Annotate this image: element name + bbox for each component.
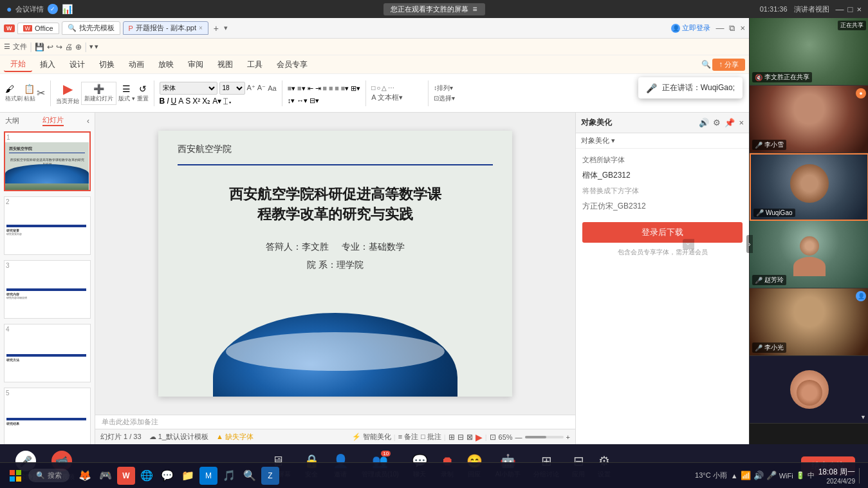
view-toggle-2[interactable]: ⊟ bbox=[457, 433, 464, 442]
text-direction-btn[interactable]: ↔▾ bbox=[297, 97, 308, 105]
line-spacing-btn[interactable]: ≡▾ bbox=[341, 84, 349, 93]
taskbar-app-explorer[interactable]: 📁 bbox=[179, 467, 197, 485]
align-center-btn[interactable]: ≡ bbox=[329, 84, 333, 92]
ribbon-tab-animation[interactable]: 动画 bbox=[122, 58, 151, 71]
text-box-btn[interactable]: A 文本框▾ bbox=[371, 93, 403, 102]
network-icon[interactable]: 📶 bbox=[741, 471, 751, 480]
show-desktop-btn[interactable] bbox=[859, 468, 863, 483]
up-arrow-icon[interactable]: ▲ bbox=[731, 472, 738, 480]
file-menu[interactable]: 文件 bbox=[13, 42, 27, 52]
wps-restore-btn[interactable]: ⧉ bbox=[729, 23, 735, 33]
slide-thumb-5[interactable]: 5 研究结果 bbox=[4, 388, 91, 444]
strikethrough-btn[interactable]: A bbox=[178, 97, 183, 106]
taskbar-app-game[interactable]: 🎮 bbox=[97, 467, 115, 485]
ribbon-tab-review[interactable]: 审阅 bbox=[181, 58, 210, 71]
view-toggle-3[interactable]: ⊠ bbox=[466, 433, 473, 442]
print-btn[interactable]: 🖨 bbox=[65, 42, 73, 52]
battery-icon[interactable]: 🔋 bbox=[796, 471, 805, 480]
meeting-info[interactable]: 会议详情 bbox=[15, 5, 44, 14]
panel-collapse-btn[interactable]: ‹ bbox=[87, 117, 89, 126]
superscript-btn[interactable]: X² bbox=[192, 97, 200, 106]
zoom-out-btn[interactable]: — bbox=[515, 433, 522, 441]
outline-tab[interactable]: 大纲 bbox=[5, 116, 19, 126]
ribbon-tab-member[interactable]: 会员专享 bbox=[270, 58, 314, 71]
login-btn[interactable]: 👤 立即登录 bbox=[671, 23, 710, 33]
slide-thumb-4[interactable]: 4 研究方法 bbox=[4, 324, 91, 382]
redo-btn[interactable]: ↪ bbox=[56, 42, 62, 52]
settings-icon[interactable]: ⚙ bbox=[713, 118, 721, 127]
pin-icon[interactable]: 📌 bbox=[725, 118, 735, 127]
taskbar-app-edge[interactable]: 🌐 bbox=[138, 467, 156, 485]
add-note-area[interactable]: 单击此处添加备注 bbox=[95, 415, 575, 429]
para-spacing-btn[interactable]: ↕▾ bbox=[288, 97, 295, 105]
taskbar-app-wps[interactable]: W bbox=[117, 467, 135, 485]
tab-close-btn[interactable]: × bbox=[199, 24, 203, 32]
taskbar-app-browser[interactable]: 🦊 bbox=[76, 467, 94, 485]
slideshow-btn[interactable]: ▶ bbox=[476, 432, 483, 442]
notes-btn[interactable]: ≡ 备注 bbox=[398, 432, 418, 442]
subscript-btn[interactable]: X₂ bbox=[202, 97, 210, 106]
align-right-btn[interactable]: ≡ bbox=[335, 84, 338, 92]
wps-tab[interactable]: W Office bbox=[17, 23, 59, 34]
missing-font-warning[interactable]: ▲ 缺失字体 bbox=[216, 432, 254, 442]
close-panel-btn[interactable]: × bbox=[739, 118, 744, 127]
taskbar-app-lens[interactable]: 🔍 bbox=[241, 467, 259, 485]
select-btn[interactable]: ⊡选择▾ bbox=[434, 94, 455, 103]
minimize-btn[interactable]: — bbox=[836, 5, 844, 14]
taskbar-app-meeting[interactable]: Z bbox=[261, 467, 279, 485]
ribbon-tab-view[interactable]: 视图 bbox=[211, 58, 239, 71]
download-btn[interactable]: 登录后下载 bbox=[582, 222, 743, 243]
italic-btn[interactable]: I bbox=[167, 97, 169, 106]
comment-btn[interactable]: □ 批注 bbox=[421, 432, 441, 442]
maximize-btn[interactable]: □ bbox=[848, 5, 853, 14]
list-bullet-btn[interactable]: ≡▾ bbox=[288, 84, 295, 93]
sort-btn[interactable]: ↕排列▾ bbox=[434, 84, 455, 93]
sidebar-collapse-btn[interactable]: › bbox=[746, 235, 753, 253]
slide-thumb-2[interactable]: 2 研究背景 研究背景内容 bbox=[4, 196, 91, 255]
text-align-v-btn[interactable]: ⊟▾ bbox=[309, 97, 319, 105]
align-left-btn[interactable]: ≡ bbox=[323, 84, 327, 92]
panel-tab[interactable]: 对象美化 ▾ bbox=[576, 133, 749, 149]
save-btn[interactable]: 💾 bbox=[35, 42, 44, 52]
highlight-btn[interactable]: ⌶▾ bbox=[223, 97, 232, 106]
taskbar-app-music[interactable]: 🎵 bbox=[220, 467, 238, 485]
speaker-systray-icon[interactable]: 🔊 bbox=[753, 471, 764, 480]
wps-minimize-btn[interactable]: — bbox=[716, 23, 724, 33]
list-number-btn[interactable]: ≡▾ bbox=[297, 84, 305, 93]
menu-btn[interactable]: ☰ bbox=[4, 42, 10, 51]
ribbon-tab-design[interactable]: 设计 bbox=[63, 58, 91, 71]
ribbon-tab-slideshow[interactable]: 放映 bbox=[152, 58, 180, 71]
col-btn[interactable]: ⊞▾ bbox=[351, 84, 360, 93]
ribbon-tab-insert[interactable]: 插入 bbox=[33, 58, 62, 71]
slide-thumb-3[interactable]: 3 研究内容 研究内容详细说明 bbox=[4, 260, 91, 319]
mic-systray-icon[interactable]: 🎤 bbox=[766, 471, 777, 480]
ribbon-tab-start[interactable]: 开始 bbox=[4, 57, 32, 72]
ribbon-tab-tools[interactable]: 工具 bbox=[241, 58, 269, 71]
win-search-bar[interactable]: 🔍 搜索 bbox=[28, 469, 69, 482]
taskbar-app-chat[interactable]: 💬 bbox=[158, 467, 176, 485]
font-color-btn[interactable]: A▾ bbox=[212, 97, 221, 106]
zoom-slider[interactable] bbox=[525, 436, 564, 438]
input-icon[interactable]: 中 bbox=[808, 471, 815, 480]
find-template-tab[interactable]: 🔍 找壳壳模板 bbox=[62, 21, 120, 35]
slide-thumb-1[interactable]: 1 西安航空学院 西安航空学院科研促进高等数学课程教学改革的研究与实践 bbox=[4, 131, 91, 191]
ribbon-tab-transition[interactable]: 切换 bbox=[93, 58, 121, 71]
taskbar-app-mail[interactable]: M bbox=[199, 467, 217, 485]
undo-btn[interactable]: ↩ bbox=[47, 42, 53, 52]
panel-expand-handle[interactable]: › bbox=[683, 239, 694, 249]
share-btn[interactable]: ↑ 分享 bbox=[712, 59, 745, 71]
smart-beautify-btn[interactable]: ⚡ 智能美化 bbox=[352, 432, 391, 442]
zoom-in-btn[interactable]: + bbox=[566, 433, 570, 441]
ppt-tab-active[interactable]: P 开题报告 - 副本.ppt × bbox=[123, 21, 208, 35]
close-btn[interactable]: × bbox=[856, 5, 862, 14]
shadow-btn[interactable]: S bbox=[185, 97, 190, 106]
slides-tab[interactable]: 幻灯片 bbox=[42, 115, 64, 126]
bold-btn[interactable]: B bbox=[160, 97, 165, 106]
fit-page-btn[interactable]: ⊡ bbox=[490, 433, 496, 442]
indent-left-btn[interactable]: ⇤ bbox=[308, 84, 313, 93]
copy-btn[interactable]: ⊕ bbox=[75, 42, 82, 52]
wps-close-btn[interactable]: × bbox=[740, 23, 745, 33]
add-tab-btn[interactable]: + bbox=[211, 23, 221, 33]
speaker-icon[interactable]: 🔊 bbox=[699, 118, 709, 127]
slide-canvas-wrapper[interactable]: 西安航空学院 西安航空学院科研促进高等数学课 程教学改革的研究与实践 答辩人：李… bbox=[95, 113, 575, 415]
